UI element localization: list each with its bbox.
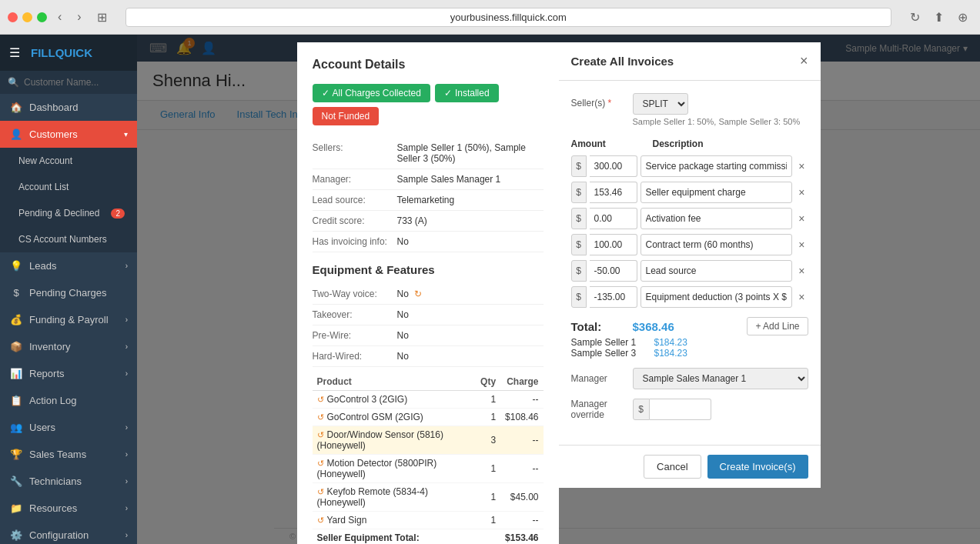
amount-input[interactable]	[590, 260, 637, 282]
sidebar-item-dashboard[interactable]: 🏠 Dashboard	[0, 94, 137, 121]
resources-icon: 📁	[9, 502, 23, 514]
split-seller-3-amount: $184.23	[654, 348, 687, 359]
manager-row: Manager: Sample Sales Manager 1	[313, 169, 544, 190]
credit-score-row: Credit score: 733 (A)	[313, 211, 544, 232]
sidebar-item-label: Dashboard	[29, 102, 128, 113]
sidebar-item-label: Pending Charges	[29, 287, 128, 299]
reload-button[interactable]: ↻	[905, 8, 925, 26]
description-input[interactable]	[641, 260, 793, 282]
manager-select[interactable]: Sample Sales Manager 1	[633, 368, 808, 389]
add-line-button[interactable]: + Add Line	[747, 317, 808, 335]
hard-wired-value: No	[397, 351, 409, 362]
invoice-modal: Create All Invoices × Seller(s) * SPLIT	[559, 42, 821, 488]
table-row: ↺GoControl 3 (2GIG) 1 --	[313, 391, 544, 409]
search-input[interactable]	[24, 77, 129, 88]
sidebar-item-funding-payroll[interactable]: 💰 Funding & Payroll ›	[0, 306, 137, 333]
sellers-note: Sample Seller 1: 50%, Sample Seller 3: 5…	[633, 117, 808, 126]
invoice-lines-container: $ × $ × $ × $ × $ × $ ×	[571, 155, 808, 308]
seller-equip-total-label: Seller Equipment Total:	[313, 529, 501, 545]
sidebar-item-sales-teams[interactable]: 🏆 Sales Teams ›	[0, 441, 137, 468]
browser-actions: ↻ ⬆ ⊕	[905, 8, 972, 26]
description-input[interactable]	[641, 208, 793, 229]
description-input[interactable]	[641, 286, 793, 308]
sidebar-item-pending-declined[interactable]: Pending & Declined 2	[0, 200, 137, 226]
table-row: ↺GoControl GSM (2GIG) 1 $108.46	[313, 409, 544, 426]
maximize-button[interactable]	[37, 12, 47, 22]
sidebar-toggle-button[interactable]: ⊞	[92, 8, 112, 26]
minimize-button[interactable]	[22, 12, 32, 22]
sidebar-item-configuration[interactable]: ⚙️ Configuration ›	[0, 522, 137, 544]
sidebar-item-account-list[interactable]: Account List	[0, 174, 137, 200]
sidebar-item-leads[interactable]: 💡 Leads ›	[0, 252, 137, 279]
sidebar-item-resources[interactable]: 📁 Resources ›	[0, 495, 137, 522]
remove-line-button[interactable]: ×	[795, 211, 808, 226]
sidebar-item-users[interactable]: 👥 Users ›	[0, 414, 137, 441]
amount-input[interactable]	[590, 155, 637, 177]
create-invoice-button[interactable]: Create Invoice(s)	[707, 455, 808, 479]
sidebar-item-customers[interactable]: 👤 Customers ▾	[0, 121, 137, 148]
remove-line-button[interactable]: ×	[795, 289, 808, 305]
split-seller-1-amount: $184.23	[654, 337, 687, 348]
sidebar-item-reports[interactable]: 📊 Reports ›	[0, 360, 137, 387]
sidebar-item-action-log[interactable]: 📋 Action Log	[0, 387, 137, 414]
cancel-button[interactable]: Cancel	[644, 455, 701, 479]
manager-form-row: Manager Sample Sales Manager 1	[571, 368, 808, 389]
remove-line-button[interactable]: ×	[795, 237, 808, 252]
share-button[interactable]: ⬆	[929, 8, 948, 26]
invoice-line: $ ×	[571, 182, 808, 203]
action-log-icon: 📋	[9, 395, 23, 406]
hamburger-icon[interactable]: ☰	[9, 45, 20, 60]
sidebar-item-label: Configuration	[29, 529, 125, 541]
sidebar-item-label: Leads	[29, 260, 125, 272]
takeover-label: Takeover:	[313, 309, 397, 320]
remove-line-button[interactable]: ×	[795, 185, 808, 200]
description-input[interactable]	[641, 155, 793, 177]
remove-line-button[interactable]: ×	[795, 159, 808, 174]
sidebar-item-label: Pending & Declined	[18, 208, 111, 219]
forward-button[interactable]: ›	[72, 8, 85, 25]
remove-line-button[interactable]: ×	[795, 263, 808, 279]
sellers-select[interactable]: SPLIT	[633, 93, 688, 115]
checkmark-icon: ✓	[444, 88, 452, 98]
sidebar-header: ☰ FILLQUICK	[0, 35, 137, 71]
invoice-line: $ ×	[571, 155, 808, 177]
back-button[interactable]: ‹	[53, 8, 66, 25]
equipment-icon: ↺	[317, 412, 324, 422]
sellers-form-label: Seller(s) *	[571, 93, 633, 108]
badge-not-funded: Not Funded	[313, 107, 380, 125]
manager-override-input[interactable]	[650, 399, 711, 420]
url-bar[interactable]: yourbusiness.fillquick.com	[125, 8, 891, 27]
two-way-value: No ↻	[397, 289, 423, 299]
equipment-icon: ↺	[317, 459, 324, 468]
amount-input[interactable]	[590, 208, 637, 229]
product-qty: 1	[476, 455, 500, 483]
sidebar-item-technicians[interactable]: 🔧 Technicians ›	[0, 468, 137, 495]
close-button[interactable]	[8, 12, 18, 22]
table-row: ↺Motion Detector (5800PIR) (Honeywell) 1…	[313, 455, 544, 483]
equipment-icon: ↺	[317, 516, 324, 525]
dollar-sign-icon: $	[571, 155, 587, 177]
technicians-icon: 🔧	[9, 476, 23, 487]
amount-input[interactable]	[590, 234, 637, 255]
description-input[interactable]	[641, 182, 793, 203]
customers-icon: 👤	[9, 128, 23, 140]
modal-close-button[interactable]: ×	[800, 53, 808, 69]
pre-wire-label: Pre-Wire:	[313, 330, 397, 341]
sidebar-item-pending-charges[interactable]: $ Pending Charges	[0, 279, 137, 306]
new-tab-button[interactable]: ⊕	[953, 8, 972, 26]
description-input[interactable]	[641, 234, 793, 255]
refresh-icon: ↻	[414, 289, 422, 299]
inventory-icon: 📦	[9, 341, 23, 352]
account-details-panel: Account Details ✓ All Charges Collected …	[297, 42, 559, 544]
credit-score-value: 733 (A)	[397, 215, 427, 226]
amount-input[interactable]	[590, 182, 637, 203]
sidebar-item-new-account[interactable]: New Account	[0, 148, 137, 174]
pending-declined-badge: 2	[111, 209, 125, 219]
modal-footer: Cancel Create Invoice(s)	[559, 445, 821, 488]
reports-icon: 📊	[9, 368, 23, 379]
sidebar-item-cs-account-numbers[interactable]: CS Account Numbers	[0, 226, 137, 252]
sidebar-item-inventory[interactable]: 📦 Inventory ›	[0, 333, 137, 360]
sidebar-item-label: CS Account Numbers	[18, 234, 128, 245]
required-marker: *	[608, 98, 612, 108]
amount-input[interactable]	[590, 286, 637, 308]
